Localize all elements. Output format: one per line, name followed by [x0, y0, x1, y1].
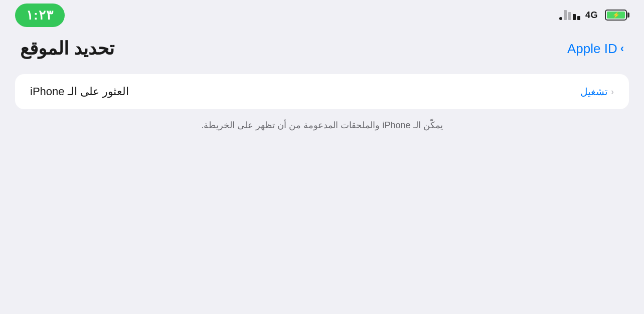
card-action-label: تشغيل: [580, 86, 608, 98]
chevron-right-icon: ›: [620, 42, 624, 55]
content-area: ‹ تشغيل العثور على الـ iPhone يمكّن الـ …: [0, 74, 644, 133]
signal-bar-4: [564, 10, 567, 20]
status-bar: ⚡ 4G ١:٢٣: [0, 0, 644, 28]
card-action-button[interactable]: ‹ تشغيل: [580, 86, 614, 98]
status-left: ⚡ 4G: [557, 8, 629, 22]
apple-id-label: Apple ID: [567, 41, 617, 57]
signal-bar-3: [568, 12, 571, 20]
card-title: العثور على الـ iPhone: [30, 85, 129, 98]
signal-bar-2: [573, 14, 576, 20]
time-display: ١:٢٣: [15, 4, 65, 27]
network-type: 4G: [585, 10, 598, 21]
signal-dot: [559, 17, 562, 20]
chevron-left-icon: ‹: [611, 87, 614, 97]
bolt-icon: ⚡: [612, 12, 620, 18]
description-text: يمكّن الـ iPhone والملحقات المدعومة من أ…: [15, 118, 629, 133]
battery-icon: ⚡: [603, 8, 629, 22]
signal-bar-1: [577, 16, 580, 20]
header-row: › Apple ID تحديد الموقع: [0, 28, 644, 74]
signal-bars: [559, 10, 580, 20]
find-iphone-card[interactable]: ‹ تشغيل العثور على الـ iPhone: [15, 74, 629, 109]
page-title: تحديد الموقع: [20, 38, 114, 59]
apple-id-link[interactable]: › Apple ID: [567, 41, 624, 57]
